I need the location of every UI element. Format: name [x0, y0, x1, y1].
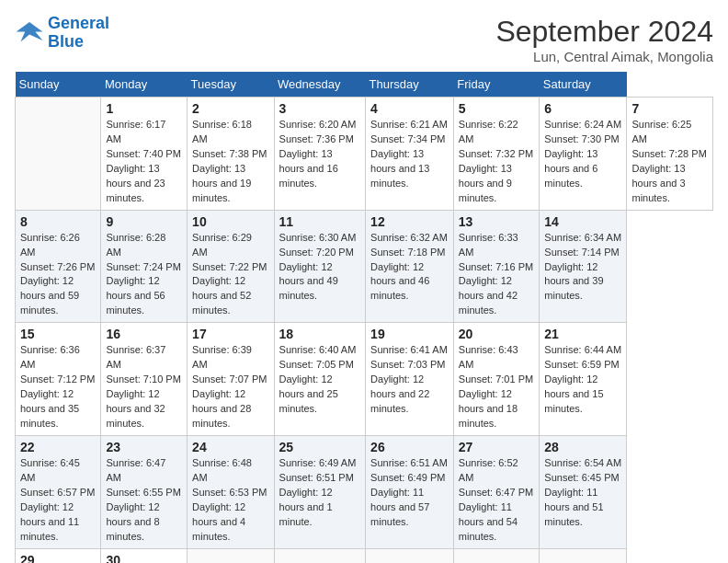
- sunset-label: Sunset: 7:24 PM: [106, 261, 180, 272]
- sunset-label: Sunset: 7:36 PM: [279, 133, 354, 144]
- sunrise-label: Sunrise: 6:49 AM: [279, 457, 357, 468]
- sunrise-label: Sunrise: 6:20 AM: [279, 119, 357, 130]
- day-info: Sunrise: 6:22 AMSunset: 7:32 PMDaylight:…: [459, 118, 534, 206]
- sunrise-label: Sunrise: 6:34 AM: [544, 232, 621, 243]
- sunrise-label: Sunrise: 6:45 AM: [20, 457, 80, 483]
- sunrise-label: Sunrise: 6:28 AM: [106, 232, 165, 258]
- sunset-label: Sunset: 6:57 PM: [20, 487, 95, 498]
- sunset-label: Sunset: 7:01 PM: [459, 373, 533, 385]
- day-number: 7: [631, 101, 708, 116]
- sunrise-label: Sunrise: 6:39 AM: [192, 344, 252, 370]
- day-number: 22: [20, 440, 96, 454]
- sunrise-label: Sunrise: 6:32 AM: [370, 232, 448, 243]
- sunrise-label: Sunrise: 6:40 AM: [279, 344, 357, 355]
- day-info: Sunrise: 6:36 AMSunset: 7:12 PMDaylight:…: [20, 343, 96, 431]
- day-info: Sunrise: 6:48 AMSunset: 6:53 PMDaylight:…: [192, 456, 268, 545]
- sunrise-label: Sunrise: 6:30 AM: [279, 232, 357, 243]
- calendar-cell: 6Sunrise: 6:24 AMSunset: 7:30 PMDaylight…: [540, 98, 627, 211]
- sunrise-label: Sunrise: 6:37 AM: [106, 344, 165, 370]
- day-number: 16: [106, 327, 182, 341]
- day-info: Sunrise: 6:37 AMSunset: 7:10 PMDaylight:…: [106, 343, 182, 431]
- day-number: 17: [192, 327, 268, 341]
- day-number: 24: [192, 440, 268, 454]
- day-number: 23: [106, 440, 182, 454]
- day-number: 12: [370, 214, 449, 229]
- sunrise-label: Sunrise: 6:43 AM: [459, 344, 518, 370]
- calendar-cell: 12Sunrise: 6:32 AMSunset: 7:18 PMDayligh…: [366, 210, 454, 323]
- calendar-cell: 10Sunrise: 6:29 AMSunset: 7:22 PMDayligh…: [188, 210, 274, 323]
- daylight-label: Daylight: 12 hours and 25 minutes.: [279, 373, 338, 414]
- sunset-label: Sunset: 7:34 PM: [370, 133, 445, 144]
- calendar-cell: 24Sunrise: 6:48 AMSunset: 6:53 PMDayligh…: [188, 435, 274, 548]
- day-number: 29: [20, 553, 96, 564]
- daylight-label: Daylight: 13 hours and 13 minutes.: [370, 148, 429, 189]
- day-info: Sunrise: 6:24 AMSunset: 7:30 PMDaylight:…: [544, 118, 621, 191]
- day-info: Sunrise: 6:18 AMSunset: 7:38 PMDaylight:…: [192, 118, 268, 206]
- daylight-label: Daylight: 12 hours and 28 minutes.: [192, 388, 251, 429]
- day-number: 14: [544, 214, 621, 229]
- day-info: Sunrise: 6:52 AMSunset: 6:47 PMDaylight:…: [459, 456, 534, 545]
- sunset-label: Sunset: 6:59 PM: [544, 359, 619, 370]
- daylight-label: Daylight: 12 hours and 4 minutes.: [192, 501, 245, 542]
- sunset-label: Sunset: 7:28 PM: [631, 148, 706, 159]
- sunset-label: Sunset: 7:30 PM: [544, 133, 619, 144]
- calendar-cell: 20Sunrise: 6:43 AMSunset: 7:01 PMDayligh…: [453, 323, 539, 436]
- sunrise-label: Sunrise: 6:47 AM: [106, 457, 165, 483]
- day-number: 26: [370, 440, 449, 454]
- logo-icon: [15, 18, 44, 48]
- day-info: Sunrise: 6:43 AMSunset: 7:01 PMDaylight:…: [459, 343, 534, 431]
- sunset-label: Sunset: 7:03 PM: [370, 359, 445, 370]
- calendar-cell: 27Sunrise: 6:52 AMSunset: 6:47 PMDayligh…: [453, 435, 539, 548]
- day-number: 21: [544, 327, 621, 341]
- daylight-label: Daylight: 11 hours and 57 minutes.: [370, 487, 429, 527]
- sunset-label: Sunset: 7:10 PM: [106, 373, 180, 385]
- daylight-label: Daylight: 12 hours and 32 minutes.: [106, 388, 165, 429]
- day-info: Sunrise: 6:29 AMSunset: 7:22 PMDaylight:…: [192, 231, 268, 319]
- day-info: Sunrise: 6:26 AMSunset: 7:26 PMDaylight:…: [20, 231, 96, 319]
- location-subtitle: Lun, Central Aimak, Mongolia: [495, 49, 713, 64]
- calendar-cell: [274, 548, 366, 563]
- calendar-cell: 7Sunrise: 6:25 AMSunset: 7:28 PMDaylight…: [627, 98, 713, 211]
- sunset-label: Sunset: 7:38 PM: [192, 148, 267, 159]
- sunrise-label: Sunrise: 6:33 AM: [459, 232, 518, 258]
- day-info: Sunrise: 6:25 AMSunset: 7:28 PMDaylight:…: [631, 118, 708, 206]
- daylight-label: Daylight: 12 hours and 49 minutes.: [279, 261, 338, 302]
- daylight-label: Daylight: 12 hours and 42 minutes.: [459, 275, 518, 316]
- svg-marker-0: [17, 22, 43, 42]
- sunset-label: Sunset: 6:47 PM: [459, 487, 533, 498]
- calendar-cell: 14Sunrise: 6:34 AMSunset: 7:14 PMDayligh…: [540, 210, 627, 323]
- day-number: 18: [279, 327, 361, 341]
- weekday-header: Monday: [101, 72, 188, 98]
- day-info: Sunrise: 6:39 AMSunset: 7:07 PMDaylight:…: [192, 343, 268, 431]
- calendar-week-row: 1Sunrise: 6:17 AMSunset: 7:40 PMDaylight…: [16, 98, 713, 211]
- day-number: 27: [459, 440, 534, 454]
- daylight-label: Daylight: 12 hours and 56 minutes.: [106, 275, 165, 316]
- calendar-week-row: 22Sunrise: 6:45 AMSunset: 6:57 PMDayligh…: [16, 435, 713, 548]
- sunrise-label: Sunrise: 6:21 AM: [370, 119, 448, 130]
- calendar-cell: 11Sunrise: 6:30 AMSunset: 7:20 PMDayligh…: [274, 210, 366, 323]
- day-number: 10: [192, 214, 268, 229]
- sunrise-label: Sunrise: 6:54 AM: [544, 457, 621, 468]
- sunset-label: Sunset: 7:32 PM: [459, 148, 533, 159]
- sunrise-label: Sunrise: 6:29 AM: [192, 232, 252, 258]
- day-number: 1: [106, 101, 182, 116]
- sunrise-label: Sunrise: 6:36 AM: [20, 344, 80, 370]
- title-block: September 2024 Lun, Central Aimak, Mongo…: [495, 15, 713, 64]
- logo-text: General Blue: [48, 15, 109, 52]
- weekday-header: Thursday: [366, 72, 454, 98]
- calendar-cell: 23Sunrise: 6:47 AMSunset: 6:55 PMDayligh…: [101, 435, 188, 548]
- sunset-label: Sunset: 7:18 PM: [370, 247, 445, 258]
- sunrise-label: Sunrise: 6:51 AM: [370, 457, 448, 468]
- weekday-header: Sunday: [16, 72, 101, 98]
- day-info: Sunrise: 6:34 AMSunset: 7:14 PMDaylight:…: [544, 231, 621, 304]
- sunrise-label: Sunrise: 6:22 AM: [459, 119, 518, 144]
- calendar-cell: 22Sunrise: 6:45 AMSunset: 6:57 PMDayligh…: [16, 435, 101, 548]
- daylight-label: Daylight: 12 hours and 1 minute.: [279, 487, 333, 527]
- calendar-cell: 26Sunrise: 6:51 AMSunset: 6:49 PMDayligh…: [366, 435, 454, 548]
- day-number: 2: [192, 101, 268, 116]
- daylight-label: Daylight: 12 hours and 18 minutes.: [459, 388, 518, 429]
- daylight-label: Daylight: 12 hours and 39 minutes.: [544, 261, 603, 302]
- calendar-cell: 3Sunrise: 6:20 AMSunset: 7:36 PMDaylight…: [274, 98, 366, 211]
- day-info: Sunrise: 6:17 AMSunset: 7:40 PMDaylight:…: [106, 118, 182, 206]
- calendar-cell: 30Sunrise: 6:56 AMSunset: 6:41 PMDayligh…: [101, 548, 188, 563]
